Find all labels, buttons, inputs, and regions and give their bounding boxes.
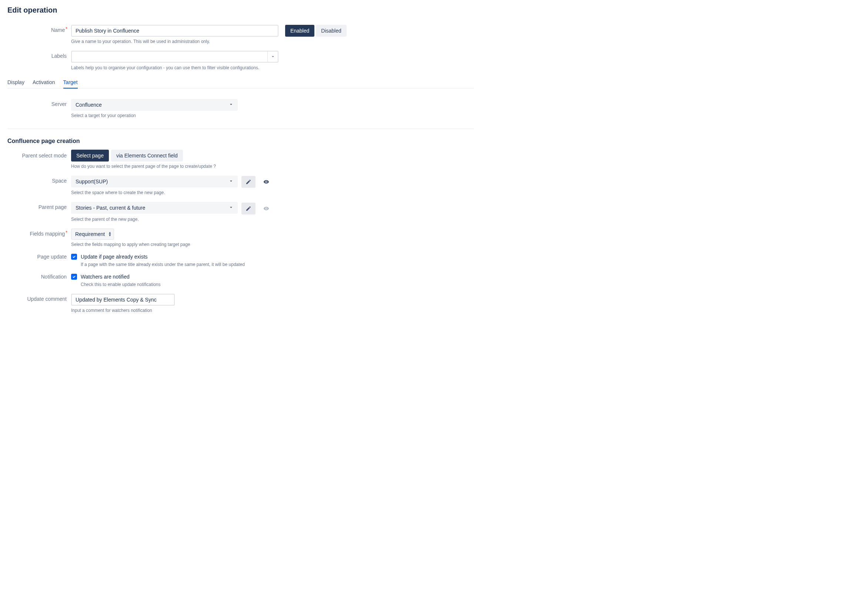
- name-helper: Give a name to your operation. This will…: [71, 39, 474, 44]
- notification-row: Notification Watchers are notified Check…: [8, 274, 474, 287]
- parent-page-label: Parent page: [8, 202, 71, 210]
- pencil-icon: [245, 206, 251, 211]
- name-label: Name: [8, 25, 71, 33]
- update-comment-label: Update comment: [8, 294, 71, 302]
- check-icon: [72, 255, 76, 259]
- server-helper: Select a target for your operation: [71, 113, 474, 118]
- update-comment-helper: Input a comment for watchers notificatio…: [71, 308, 474, 313]
- parent-mode-helper: How do you want to select the parent pag…: [71, 164, 474, 169]
- update-comment-row: Update comment Input a comment for watch…: [8, 294, 474, 313]
- fields-mapping-select[interactable]: Requirement ▲▼: [71, 228, 114, 240]
- space-preview-button[interactable]: [259, 176, 273, 188]
- parent-mode-toggle: Select page via Elements Connect field: [71, 150, 183, 162]
- parent-mode-label: Parent select mode: [8, 150, 71, 158]
- page-update-helper: If a page with the same title already ex…: [81, 262, 474, 267]
- sort-icon: ▲▼: [108, 231, 112, 237]
- page-update-label: Page update: [8, 254, 71, 260]
- page-update-checkbox-label: Update if page already exists: [81, 254, 148, 260]
- name-row: Name Enabled Disabled Give a name to you…: [8, 25, 474, 44]
- tab-target[interactable]: Target: [63, 77, 78, 88]
- server-row: Server Confluence Select a target for yo…: [8, 99, 474, 118]
- notification-checkbox-label: Watchers are notified: [81, 274, 130, 280]
- tab-activation[interactable]: Activation: [33, 77, 55, 88]
- space-select-value: Support(SUP): [76, 179, 108, 185]
- fields-mapping-helper: Select the fields mapping to apply when …: [71, 242, 474, 247]
- chevron-down-icon[interactable]: [267, 51, 278, 62]
- labels-label: Labels: [8, 51, 71, 59]
- parent-page-select[interactable]: Stories - Past, current & future: [71, 202, 238, 214]
- parent-page-edit-button[interactable]: [242, 203, 256, 214]
- page-title: Edit operation: [8, 6, 474, 14]
- parent-page-select-value: Stories - Past, current & future: [76, 205, 145, 211]
- parent-mode-row: Parent select mode Select page via Eleme…: [8, 150, 474, 169]
- disabled-button[interactable]: Disabled: [316, 25, 346, 37]
- labels-multiselect[interactable]: [71, 51, 279, 63]
- pencil-icon: [245, 179, 251, 185]
- page-update-checkbox[interactable]: [71, 254, 77, 260]
- labels-helper: Labels help you to organise your configu…: [71, 65, 474, 70]
- name-input[interactable]: [71, 25, 279, 37]
- section-title: Confluence page creation: [8, 138, 474, 144]
- page-update-row: Page update Update if page already exist…: [8, 254, 474, 267]
- enabled-button[interactable]: Enabled: [285, 25, 315, 37]
- chevron-down-icon: [227, 205, 235, 211]
- divider: [8, 129, 474, 129]
- parent-page-preview-button: [259, 203, 273, 214]
- space-row: Space Support(SUP) Select the space wher…: [8, 176, 474, 195]
- tabs: Display Activation Target: [8, 77, 474, 89]
- chevron-down-icon: [227, 179, 235, 185]
- server-select[interactable]: Confluence: [71, 99, 238, 111]
- space-helper: Select the space where to create the new…: [71, 190, 474, 195]
- eye-icon: [263, 179, 269, 185]
- space-label: Space: [8, 176, 71, 184]
- parent-page-helper: Select the parent of the new page.: [71, 217, 474, 222]
- notification-checkbox[interactable]: [71, 274, 77, 280]
- parent-page-row: Parent page Stories - Past, current & fu…: [8, 202, 474, 222]
- eye-icon: [263, 206, 269, 211]
- chevron-down-icon: [227, 102, 235, 108]
- server-label: Server: [8, 99, 71, 107]
- server-select-value: Confluence: [76, 102, 102, 108]
- space-edit-button[interactable]: [242, 176, 256, 188]
- tab-display[interactable]: Display: [8, 77, 25, 88]
- update-comment-input[interactable]: [71, 294, 175, 306]
- space-select[interactable]: Support(SUP): [71, 176, 238, 188]
- notification-helper: Check this to enable update notification…: [81, 282, 474, 287]
- check-icon: [72, 275, 76, 278]
- fields-mapping-row: Fields mapping Requirement ▲▼ Select the…: [8, 228, 474, 247]
- via-elements-connect-button[interactable]: via Elements Connect field: [111, 150, 183, 162]
- status-toggle: Enabled Disabled: [285, 25, 347, 37]
- fields-mapping-label: Fields mapping: [8, 228, 71, 237]
- labels-row: Labels Labels help you to organise your …: [8, 51, 474, 70]
- select-page-button[interactable]: Select page: [71, 150, 109, 162]
- notification-label: Notification: [8, 274, 71, 280]
- fields-mapping-value: Requirement: [75, 231, 105, 237]
